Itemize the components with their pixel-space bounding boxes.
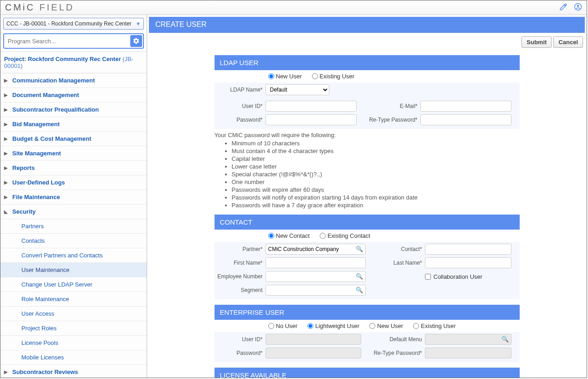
nav-item[interactable]: ▶Document Management <box>0 88 147 102</box>
edit-icon[interactable] <box>559 3 568 12</box>
ldap-password-label: Password* <box>215 117 266 123</box>
page-header: CREATE USER <box>149 17 585 33</box>
ent-nouser-radio[interactable]: No User <box>268 323 298 329</box>
password-rule: Passwords will notify of expiration star… <box>232 194 520 201</box>
ldap-retype-input[interactable] <box>420 114 511 125</box>
contact-header: CONTACT <box>215 215 520 230</box>
nav-item-label: Communication Management <box>12 77 95 84</box>
password-rule: Passwords will have a 7 day grace after … <box>232 201 520 209</box>
license-section: LICENSE AVAILABLE Project Management (46… <box>215 368 520 378</box>
triangle-right-icon: ▶ <box>4 78 9 83</box>
empno-input[interactable] <box>266 271 366 282</box>
ent-existing-radio[interactable]: Existing User <box>413 323 456 329</box>
partner-label: Partner* <box>215 246 266 252</box>
nav-sub-item[interactable]: Role Maintenance <box>0 292 147 307</box>
action-bar: Submit Cancel <box>147 35 587 50</box>
lastname-input[interactable] <box>425 257 511 268</box>
nav-sub-item[interactable]: License Pools <box>0 336 147 350</box>
nav-item[interactable]: ▶Site Management <box>0 146 147 161</box>
nav-sub-item[interactable]: Partners <box>0 219 147 234</box>
brand-logo: CMiC FIELD <box>5 2 74 13</box>
ldap-password-input[interactable] <box>266 114 357 125</box>
password-rule: Lower case letter <box>232 163 520 170</box>
triangle-right-icon: ▶ <box>4 136 9 141</box>
password-rules-list: Minimum of 10 charactersMust contain 4 o… <box>223 139 520 209</box>
project-title: Project: Rockford Community Rec Center (… <box>0 51 147 73</box>
nav-sub-item[interactable]: Change User LDAP Server <box>0 277 147 292</box>
nav-item-label: Site Management <box>12 150 61 157</box>
nav-item[interactable]: ▶File Maintenance <box>0 190 147 205</box>
segment-label: Segment <box>215 287 266 293</box>
license-header: LICENSE AVAILABLE <box>215 368 520 378</box>
nav-item[interactable]: ▶User-Defined Logs <box>0 175 147 190</box>
ldap-retype-label: Re-Type Password* <box>357 117 420 123</box>
nav-item[interactable]: ▶Subcontractor Prequalification <box>0 102 147 117</box>
nav-sub-item[interactable]: Convert Partners and Contacts <box>0 248 147 263</box>
ldap-name-label: LDAP Name* <box>215 87 266 93</box>
project-selector[interactable]: CCC - JB-00001 - Rockford Community Rec … <box>3 18 144 30</box>
nav-sub-item[interactable]: Contacts <box>0 234 147 248</box>
gear-icon <box>133 37 140 45</box>
ent-password-input <box>266 348 361 359</box>
triangle-right-icon: ▶ <box>4 107 9 112</box>
enterprise-radio-row: No User Lightweight User New User Existi… <box>215 320 520 332</box>
contact-label: Contact* <box>366 246 425 252</box>
ldap-radio-row: New User Existing User <box>215 70 520 82</box>
contact-existing-radio[interactable]: Existing Contact <box>320 232 370 239</box>
cancel-button[interactable]: Cancel <box>553 36 583 48</box>
nav-sub-item[interactable]: Project Roles <box>0 321 147 336</box>
brand-part2: FIELD <box>35 2 74 12</box>
triangle-right-icon: ▶ <box>4 180 9 185</box>
caret-down-icon: ▼ <box>136 21 141 26</box>
project-selector-label: CCC - JB-00001 - Rockford Community Rec … <box>6 20 132 27</box>
ldap-email-input[interactable] <box>420 101 511 112</box>
nav-item[interactable]: ▶Subcontractor Reviews <box>0 365 147 378</box>
triangle-right-icon: ▶ <box>4 92 9 97</box>
ldap-email-label: E-Mail* <box>357 103 420 109</box>
search-settings-button[interactable] <box>130 35 142 47</box>
ent-new-radio[interactable]: New User <box>369 323 403 329</box>
ent-userid-label: User ID* <box>215 336 266 343</box>
triangle-right-icon: ▶ <box>4 151 9 156</box>
triangle-right-icon: ▶ <box>4 369 9 374</box>
svg-point-1 <box>577 5 579 7</box>
submit-button[interactable]: Submit <box>522 36 552 48</box>
segment-input[interactable] <box>266 285 366 296</box>
program-search-input[interactable] <box>5 35 130 47</box>
ent-retype-label: Re-Type Password* <box>361 350 425 356</box>
nav-sub-item[interactable]: User Access <box>0 307 147 321</box>
lastname-label: Last Name* <box>366 260 425 266</box>
password-rule: Special character (!@#$%^&*()?.,) <box>232 170 520 178</box>
password-rule: Must contain 4 of the 4 character types <box>232 147 520 155</box>
ent-light-radio[interactable]: Lightweight User <box>307 323 359 329</box>
nav-item-label: Budget & Cost Management <box>12 135 91 142</box>
nav-item[interactable]: ▶Reports <box>0 161 147 175</box>
ent-menu-input <box>425 334 511 345</box>
nav-item[interactable]: ▶Communication Management <box>0 73 147 88</box>
ldap-new-user-radio[interactable]: New User <box>268 73 302 80</box>
nav-item[interactable]: ▶Bid Management <box>0 117 147 132</box>
nav-sub-item[interactable]: User Maintenance <box>0 263 147 277</box>
nav-security[interactable]: ◣ Security <box>0 205 147 219</box>
contact-radio-row: New Contact Existing Contact <box>215 230 520 242</box>
nav-item-label: File Maintenance <box>12 194 60 200</box>
ent-password-label: Password* <box>215 350 266 356</box>
empno-label: Employee Number <box>215 273 266 280</box>
ldap-userid-input[interactable] <box>266 101 357 112</box>
ent-menu-label: Default Menu <box>361 336 425 343</box>
nav-sub-item[interactable]: Mobile Licenses <box>0 350 147 365</box>
contact-input[interactable] <box>425 244 511 255</box>
ldap-section: LDAP USER New User Existing User LDAP Na… <box>215 55 520 209</box>
collab-user-checkbox[interactable]: Collaboration User <box>425 273 511 280</box>
partner-input[interactable] <box>266 244 366 255</box>
nav-item[interactable]: ▶Budget & Cost Management <box>0 132 147 146</box>
nav-item-label: Reports <box>12 164 35 171</box>
ldap-name-select[interactable]: Default <box>266 84 329 95</box>
triangle-right-icon: ▶ <box>4 165 9 170</box>
firstname-input[interactable] <box>266 257 366 268</box>
user-icon[interactable] <box>574 3 582 12</box>
ldap-existing-user-radio[interactable]: Existing User <box>312 73 355 80</box>
contact-new-radio[interactable]: New Contact <box>268 232 310 239</box>
triangle-right-icon: ▶ <box>4 122 9 127</box>
password-rule: Capital letter <box>232 155 520 163</box>
